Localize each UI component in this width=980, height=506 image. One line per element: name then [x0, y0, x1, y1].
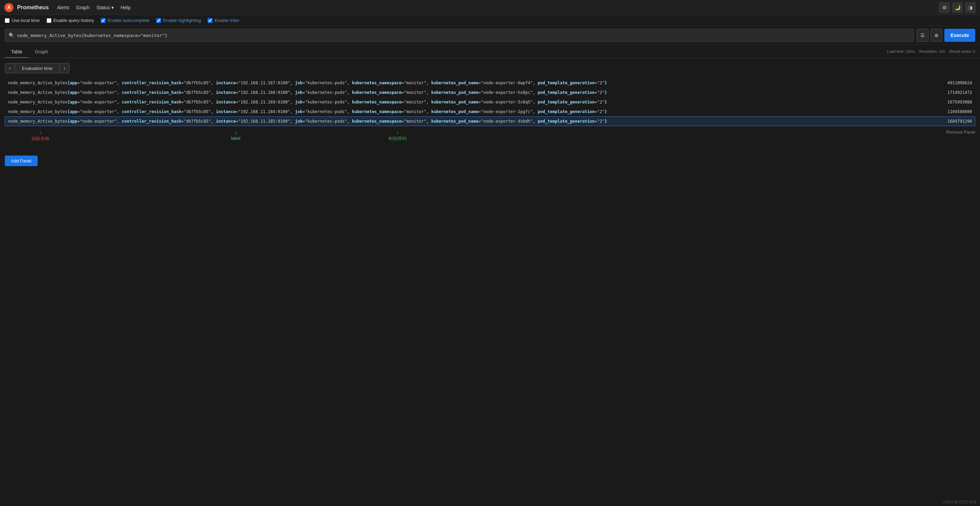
prometheus-logo: A	[4, 3, 14, 12]
results-container: node_memory_Active_bytes{app="node-expor…	[5, 78, 975, 126]
result-series: Result series: 5	[949, 49, 975, 53]
enable-linter-checkbox[interactable]	[208, 18, 212, 23]
tabs: Table Graph	[5, 47, 54, 58]
annotation-green: ↓ 时间序列	[388, 129, 406, 142]
meta-info: Load time: 13ms Resolution: 14s Result s…	[887, 49, 975, 56]
svg-text:A: A	[7, 5, 11, 10]
nav-help[interactable]: Help	[121, 5, 130, 10]
enable-query-history-checkbox[interactable]	[46, 18, 51, 23]
query-history-button[interactable]: ☰	[916, 29, 929, 42]
use-local-time-group: Use local time	[5, 18, 40, 23]
execute-button[interactable]: Execute	[944, 29, 975, 42]
result-metric: node_memory_Active_bytes{app="node-expor…	[8, 80, 931, 86]
add-panel-button[interactable]: Add Panel	[5, 156, 38, 166]
contrast-button[interactable]: ◑	[965, 2, 976, 13]
annotation-green-text: 时间序列	[388, 136, 406, 142]
use-local-time-label[interactable]: Use local time	[12, 18, 40, 23]
app-title: Prometheus	[17, 5, 49, 11]
table-row[interactable]: node_memory_Active_bytes{app="node-expor…	[5, 97, 975, 107]
annotation-red: ↓ 指标名称	[32, 129, 49, 142]
load-time: Load time: 13ms	[887, 49, 915, 53]
annotation-red-text: 指标名称	[32, 136, 49, 142]
navbar: A Prometheus Alerts Graph Status ▾ Help …	[0, 0, 980, 15]
result-value: 1104588800	[931, 108, 972, 115]
search-btn-group: ☰ ⊕ Execute	[916, 29, 975, 42]
add-panel-section: Add Panel	[5, 150, 975, 166]
remove-panel-wrapper: Remove Panel	[946, 129, 975, 135]
red-arrow-icon: ↓	[39, 129, 42, 135]
tab-graph[interactable]: Graph	[29, 47, 54, 58]
enable-linter-group: Enable linter	[208, 18, 239, 23]
use-local-time-checkbox[interactable]	[5, 18, 10, 23]
enable-linter-label[interactable]: Enable linter	[215, 18, 239, 23]
result-value: 1684791296	[931, 118, 972, 124]
remove-panel-button[interactable]: Remove Panel	[946, 129, 975, 135]
theme-button[interactable]: 🌙	[952, 2, 963, 13]
nav-alerts[interactable]: Alerts	[57, 5, 69, 10]
enable-highlighting-checkbox[interactable]	[156, 18, 161, 23]
enable-query-history-label[interactable]: Enable query history	[54, 18, 94, 23]
enable-highlighting-group: Enable highlighting	[156, 18, 201, 23]
nav-graph[interactable]: Graph	[76, 5, 89, 10]
table-row[interactable]: node_memory_Active_bytes{app="node-expor…	[5, 88, 975, 97]
result-metric: node_memory_Active_bytes{app="node-expor…	[8, 89, 931, 95]
enable-autocomplete-group: Enable autocomplete	[101, 18, 150, 23]
search-input[interactable]	[17, 33, 910, 38]
green-arrow-icon: ↓	[396, 129, 399, 135]
result-value: 4911898624	[931, 80, 972, 86]
eval-prev-button[interactable]: ‹	[5, 63, 15, 73]
main-content: ‹ Evaluation time › node_memory_Active_b…	[0, 58, 980, 171]
navbar-right: ⚙ 🌙 ◑	[939, 2, 976, 13]
result-metric: node_memory_Active_bytes{app="node-expor…	[8, 108, 931, 115]
enable-autocomplete-checkbox[interactable]	[101, 18, 105, 23]
resolution: Resolution: 14s	[919, 49, 945, 53]
enable-query-history-group: Enable query history	[46, 18, 94, 23]
eval-next-button[interactable]: ›	[59, 63, 70, 73]
search-bar: 🔍 ☰ ⊕ Execute	[0, 26, 980, 45]
metrics-explorer-button[interactable]: ⊕	[931, 29, 942, 42]
search-icon: 🔍	[9, 33, 14, 38]
annotation-blue: ↓ label	[231, 129, 240, 141]
options-bar: Use local time Enable query history Enab…	[0, 15, 980, 26]
tabs-row: Table Graph Load time: 13ms Resolution: …	[0, 45, 980, 58]
table-row-highlighted[interactable]: node_memory_Active_bytes{app="node-expor…	[5, 116, 975, 126]
blue-arrow-icon: ↓	[234, 129, 237, 135]
footer: CSDN @月巴左耳朵	[942, 500, 977, 504]
eval-nav: ‹ Evaluation time ›	[5, 63, 70, 73]
nav-links: Alerts Graph Status ▾ Help	[57, 5, 939, 10]
nav-status-label: Status	[96, 5, 110, 10]
settings-button[interactable]: ⚙	[939, 2, 950, 13]
table-row[interactable]: node_memory_Active_bytes{app="node-expor…	[5, 78, 975, 88]
annotation-section: ↓ 指标名称 ↓ label ↓ 时间序列 Remove Panel	[5, 129, 975, 150]
table-row[interactable]: node_memory_Active_bytes{app="node-expor…	[5, 107, 975, 116]
enable-autocomplete-label[interactable]: Enable autocomplete	[108, 18, 150, 23]
tab-table[interactable]: Table	[5, 47, 29, 58]
search-input-wrapper[interactable]: 🔍	[5, 29, 914, 42]
enable-highlighting-label[interactable]: Enable highlighting	[163, 18, 201, 23]
annotation-blue-text: label	[231, 136, 240, 141]
result-value: 1675993088	[931, 99, 972, 105]
nav-status[interactable]: Status ▾	[96, 5, 114, 10]
chevron-down-icon: ▾	[111, 5, 114, 10]
result-metric: node_memory_Active_bytes{app="node-expor…	[8, 99, 931, 105]
result-metric: node_memory_Active_bytes{app="node-expor…	[8, 118, 931, 124]
eval-time-label: Evaluation time	[15, 63, 59, 73]
result-value: 1714921472	[931, 89, 972, 95]
